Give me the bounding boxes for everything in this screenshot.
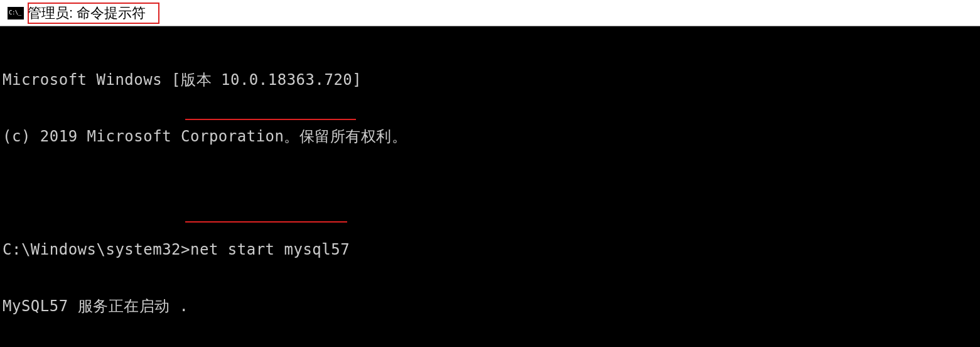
- cmd-icon: C:\_: [8, 7, 24, 19]
- annotation-underline-2: [185, 221, 347, 223]
- terminal-line: Microsoft Windows [版本 10.0.18363.720]: [3, 70, 977, 89]
- window-title: 管理员: 命令提示符: [28, 4, 146, 23]
- window-titlebar[interactable]: C:\_ 管理员: 命令提示符: [0, 0, 980, 26]
- terminal-line: (c) 2019 Microsoft Corporation。保留所有权利。: [3, 127, 977, 146]
- cmd-icon-text: C:\_: [9, 10, 21, 16]
- terminal-line: MySQL57 服务正在启动 .: [3, 297, 977, 316]
- terminal-output[interactable]: Microsoft Windows [版本 10.0.18363.720] (c…: [0, 26, 980, 347]
- terminal-line-prompt: C:\Windows\system32>net start mysql57: [3, 240, 977, 259]
- terminal-line: [3, 184, 977, 202]
- annotation-underline-1: [185, 119, 356, 120]
